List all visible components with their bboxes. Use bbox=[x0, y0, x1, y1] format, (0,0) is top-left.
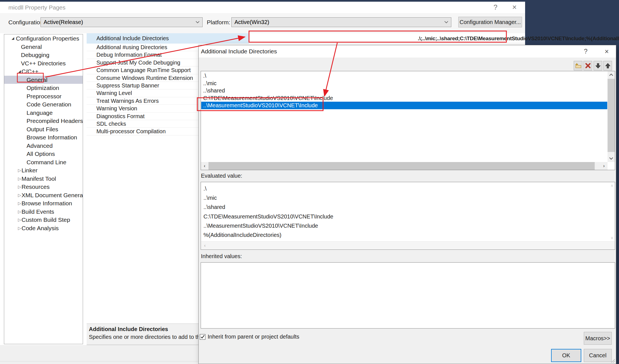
vertical-scrollbar[interactable] bbox=[608, 71, 615, 162]
tree-item-label: Debugging bbox=[21, 51, 49, 59]
tree-item-xml-document-generator[interactable]: ▷XML Document Generator bbox=[4, 191, 83, 199]
macros-button[interactable]: Macros>> bbox=[584, 332, 612, 345]
tree-item-precompiled-headers[interactable]: Precompiled Headers bbox=[4, 117, 83, 125]
window-titlebar: micdll Property Pages ? × bbox=[0, 2, 525, 13]
scroll-left-icon[interactable]: ‹ bbox=[201, 162, 208, 170]
scroll-left-icon[interactable]: ‹ bbox=[201, 242, 208, 249]
ok-button[interactable]: OK bbox=[551, 349, 581, 362]
tree-item-general[interactable]: General bbox=[4, 43, 83, 51]
tree-item-configuration-properties[interactable]: ◢Configuration Properties bbox=[4, 34, 83, 43]
tree-collapsed-arrow-icon[interactable]: ▷ bbox=[17, 216, 22, 224]
tree-item-linker[interactable]: ▷Linker bbox=[4, 166, 83, 175]
tree-item-code-generation[interactable]: Code Generation bbox=[4, 100, 83, 109]
evaluated-line: ..\mic bbox=[203, 193, 333, 203]
scrollbar-thumb[interactable] bbox=[608, 79, 615, 152]
arrow-down-icon bbox=[595, 63, 601, 69]
tree-item-language[interactable]: Language bbox=[4, 109, 83, 117]
tree-item-label: Browse Information bbox=[27, 133, 77, 142]
tree-collapsed-arrow-icon[interactable]: ▷ bbox=[17, 208, 22, 216]
tree-item-browse-information[interactable]: Browse Information bbox=[4, 133, 83, 142]
tree-item-code-analysis[interactable]: ▷Code Analysis bbox=[4, 224, 83, 232]
tree-item-custom-build-step[interactable]: ▷Custom Build Step bbox=[4, 216, 83, 224]
cancel-button[interactable]: Cancel bbox=[584, 349, 612, 362]
horizontal-scrollbar[interactable]: ‹ › bbox=[201, 162, 608, 170]
tree-item-vc-directories[interactable]: VC++ Directories bbox=[4, 59, 83, 68]
inherited-values-box[interactable] bbox=[201, 262, 615, 329]
tree-item-manifest-tool[interactable]: ▷Manifest Tool bbox=[4, 175, 83, 183]
tree-collapsed-arrow-icon[interactable]: ▷ bbox=[17, 199, 22, 208]
directory-list-item[interactable]: C:\TDE\MeasurementStudioVS2010\VCNET\Inc… bbox=[201, 94, 607, 102]
directories-listbox[interactable]: .\..\mic..\sharedC:\TDE\MeasurementStudi… bbox=[201, 71, 615, 170]
scroll-right-icon[interactable]: › bbox=[600, 162, 608, 170]
evaluated-line: %(AdditionalIncludeDirectories) bbox=[203, 230, 333, 240]
configuration-bar: Configuration: Active(Release) Platform:… bbox=[0, 13, 525, 33]
new-line-button[interactable] bbox=[574, 61, 582, 70]
evaluated-line: C:\TDE\MeasurementStudioVS2010\VCNET\Inc… bbox=[203, 212, 333, 221]
tree-item-advanced[interactable]: Advanced bbox=[4, 142, 83, 150]
tree-collapsed-arrow-icon[interactable]: ▷ bbox=[17, 175, 22, 183]
window-help-icon[interactable]: ? bbox=[489, 2, 502, 13]
directory-list-item[interactable]: ..\mic bbox=[201, 80, 607, 87]
evaluated-value-box[interactable]: .\..\mic..\sharedC:\TDE\MeasurementStudi… bbox=[201, 182, 615, 250]
tree-item-c-c-[interactable]: ◢C/C++ bbox=[4, 67, 83, 76]
dialog-title: Additional Include Directories bbox=[201, 45, 277, 58]
tree-item-output-files[interactable]: Output Files bbox=[4, 125, 83, 134]
tree-item-label: Preprocessor bbox=[27, 92, 61, 101]
scrollbar-thumb[interactable] bbox=[208, 162, 595, 170]
move-up-button[interactable] bbox=[603, 61, 612, 70]
horizontal-scrollbar[interactable]: ‹ bbox=[201, 241, 615, 249]
configuration-combobox[interactable]: Active(Release) bbox=[41, 17, 203, 27]
tree-item-label: Command Line bbox=[27, 158, 66, 166]
platform-combobox[interactable]: Active(Win32) bbox=[231, 17, 451, 27]
property-row-selected[interactable]: Additional Include Directories .\;..\mic… bbox=[87, 33, 525, 44]
tree-item-resources[interactable]: ▷Resources bbox=[4, 183, 83, 191]
tree-item-label: Code Analysis bbox=[22, 224, 59, 232]
tree-item-all-options[interactable]: All Options bbox=[4, 150, 83, 158]
resize-grip[interactable] bbox=[611, 359, 615, 363]
scroll-down-icon[interactable] bbox=[608, 155, 615, 162]
tree-item-label: Custom Build Step bbox=[22, 216, 70, 224]
tree-item-label: Linker bbox=[22, 166, 37, 175]
scroll-up-icon[interactable]: ∧ bbox=[611, 183, 613, 188]
window-title: micdll Property Pages bbox=[8, 2, 65, 13]
tree-item-preprocessor[interactable]: Preprocessor bbox=[4, 92, 83, 101]
additional-include-directories-dialog: Additional Include Directories ? × .\..\… bbox=[198, 45, 616, 364]
tree-item-label: Precompiled Headers bbox=[27, 117, 83, 125]
evaluated-line: ..\shared bbox=[203, 203, 333, 212]
tree-collapsed-arrow-icon[interactable]: ▷ bbox=[17, 224, 22, 232]
move-down-button[interactable] bbox=[594, 61, 602, 70]
tree-item-label: All Options bbox=[27, 150, 55, 158]
tree-item-browse-information[interactable]: ▷Browse Information bbox=[4, 199, 83, 208]
tree-item-label: Configuration Properties bbox=[16, 34, 79, 43]
dialog-close-icon[interactable]: × bbox=[601, 45, 612, 58]
tree-item-label: Browse Information bbox=[22, 199, 72, 208]
property-value-cell[interactable]: .\;..\mic;..\shared;C:\TDE\MeasurementSt… bbox=[249, 33, 525, 44]
delete-button[interactable] bbox=[584, 61, 592, 70]
tree-item-debugging[interactable]: Debugging bbox=[4, 51, 83, 59]
directory-list-item[interactable]: .\ bbox=[201, 72, 607, 80]
tree-collapsed-arrow-icon[interactable]: ▷ bbox=[17, 183, 22, 191]
tree-item-build-events[interactable]: ▷Build Events bbox=[4, 208, 83, 216]
tree-item-label: VC++ Directories bbox=[21, 59, 66, 68]
tree-expanded-arrow-icon[interactable]: ◢ bbox=[10, 34, 15, 43]
tree-item-label: Manifest Tool bbox=[22, 175, 56, 183]
scroll-up-icon[interactable] bbox=[608, 71, 615, 78]
dialog-help-icon[interactable]: ? bbox=[580, 45, 591, 58]
window-close-icon[interactable]: × bbox=[508, 2, 521, 13]
directory-list-item[interactable]: ..\shared bbox=[201, 87, 607, 94]
dialog-titlebar: Additional Include Directories ? × bbox=[199, 45, 616, 58]
directory-list-item[interactable]: ..\MeasurementStudioVS2010\VCNET\Include bbox=[201, 102, 607, 109]
scroll-down-icon[interactable]: ∨ bbox=[611, 235, 613, 240]
tree-item-optimization[interactable]: Optimization bbox=[4, 84, 83, 92]
configuration-manager-button[interactable]: Configuration Manager... bbox=[458, 17, 522, 27]
tree-item-label: Output Files bbox=[27, 125, 58, 134]
evaluated-lines: .\..\mic..\sharedC:\TDE\MeasurementStudi… bbox=[203, 184, 333, 240]
configuration-label: Configuration: bbox=[8, 19, 45, 26]
checkbox-checked-icon[interactable] bbox=[200, 334, 205, 340]
tree-item-command-line[interactable]: Command Line bbox=[4, 158, 83, 166]
inherit-checkbox-row[interactable]: Inherit from parent or project defaults bbox=[200, 334, 299, 340]
tree-collapsed-arrow-icon[interactable]: ▷ bbox=[17, 166, 22, 175]
tree-collapsed-arrow-icon[interactable]: ▷ bbox=[17, 191, 22, 199]
tree-item-general[interactable]: General bbox=[4, 76, 83, 84]
tree-expanded-arrow-icon[interactable]: ◢ bbox=[17, 67, 22, 76]
